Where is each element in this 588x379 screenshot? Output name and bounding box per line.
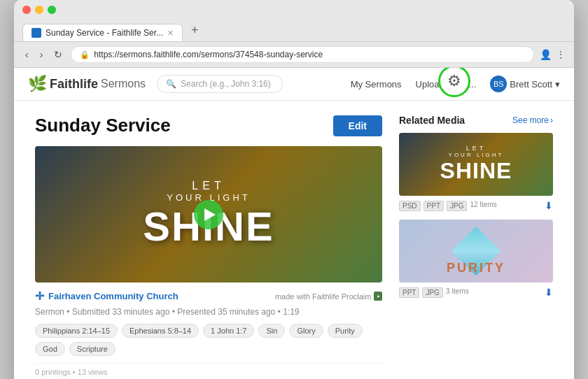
page-content: 🌿 FaithlifeSermons 🔍 Search (e.g., John … <box>14 68 574 379</box>
shine-let-text: LET <box>466 145 486 152</box>
minimize-button[interactable] <box>35 6 43 14</box>
browser-window: Sunday Service - Faithlife Ser... ✕ + ‹ … <box>14 0 574 379</box>
forward-button[interactable]: › <box>37 48 46 62</box>
media-meta-purity: PPT JPG 3 Items ⬇ <box>399 287 553 298</box>
new-tab-button[interactable]: + <box>186 20 204 41</box>
traffic-lights <box>22 6 566 14</box>
logo-leaf-icon: 🌿 <box>28 75 47 93</box>
right-column: Related Media See more › LET YOUR LIGHT <box>399 115 553 376</box>
edit-button[interactable]: Edit <box>333 115 382 136</box>
chevron-right-icon: › <box>550 115 553 125</box>
search-icon: 🔍 <box>166 79 176 89</box>
my-sermons-link[interactable]: My Sermons <box>351 79 402 90</box>
view-count: 0 printings • 13 views <box>35 363 382 376</box>
avatar: BS <box>490 76 507 92</box>
play-icon <box>204 208 216 221</box>
purity-items-count: 3 Items <box>446 287 469 298</box>
url-bar[interactable]: 🔒 https://sermons.faithlife.com/sermons/… <box>71 46 534 63</box>
badge-ppt: PPT <box>424 201 444 211</box>
proclaim-badge: ▪ <box>374 292 382 301</box>
church-link[interactable]: ✛ Fairhaven Community Church <box>35 289 178 303</box>
close-button[interactable] <box>22 6 31 14</box>
shine-badges: PSD PPT JPG 12 Items <box>399 201 497 211</box>
back-button[interactable]: ‹ <box>22 48 31 62</box>
badge-ppt-purity: PPT <box>399 287 419 298</box>
media-meta-shine: PSD PPT JPG 12 Items ⬇ <box>399 200 553 211</box>
media-thumb-shine[interactable]: LET YOUR LIGHT SHINE <box>399 133 553 196</box>
sermon-meta: Sermon • Submitted 33 minutes ago • Pres… <box>35 307 382 317</box>
tags-container: Philippians 2:14–15 Ephesians 5:8–14 1 J… <box>35 324 382 356</box>
settings-gear-circle[interactable]: ⚙ <box>438 68 470 97</box>
shine-your-light-text: YOUR LIGHT <box>449 152 504 158</box>
cross-icon: ✛ <box>35 289 44 303</box>
search-placeholder: Search (e.g., John 3:16) <box>181 79 271 89</box>
church-name: Fairhaven Community Church <box>48 291 178 301</box>
made-with-label: made with Faithlife Proclaim <box>275 292 372 301</box>
site-logo[interactable]: 🌿 FaithlifeSermons <box>28 75 146 93</box>
tab-close-icon[interactable]: ✕ <box>167 29 174 38</box>
badge-psd: PSD <box>399 201 421 211</box>
video-thumbnail[interactable]: LET YOUR LIGHT SHINE <box>35 146 382 283</box>
see-more-link[interactable]: See more › <box>512 115 553 125</box>
address-bar: ‹ › ↻ 🔒 https://sermons.faithlife.com/se… <box>14 42 574 68</box>
purity-badges: PPT JPG 3 Items <box>399 287 469 298</box>
badge-jpg-purity: JPG <box>422 287 442 298</box>
logo-sermons: Sermons <box>101 78 146 90</box>
tab-title: Sunday Service - Faithlife Ser... <box>46 28 163 38</box>
badge-jpg: JPG <box>447 201 467 211</box>
media-card-purity: PURITY PPT JPG 3 Items ⬇ <box>399 220 553 298</box>
logo-brand: Faithlife <box>50 77 98 92</box>
browser-tab[interactable]: Sunday Service - Faithlife Ser... ✕ <box>22 24 183 41</box>
download-shine-button[interactable]: ⬇ <box>545 200 553 211</box>
media-card-shine: LET YOUR LIGHT SHINE PSD PPT JPG 12 Item… <box>399 133 553 211</box>
tabs-row: Sunday Service - Faithlife Ser... ✕ + <box>22 20 566 41</box>
tag-scripture[interactable]: Scripture <box>69 342 115 356</box>
play-button[interactable] <box>194 200 223 229</box>
tag-sin[interactable]: Sin <box>258 324 285 338</box>
tag-ephesians[interactable]: Ephesians 5:8–14 <box>122 324 199 338</box>
shine-shine-text: SHINE <box>440 158 512 184</box>
tag-john[interactable]: 1 John 1:7 <box>203 324 254 338</box>
shine-items-count: 12 Items <box>470 201 496 211</box>
lock-icon: 🔒 <box>80 50 90 59</box>
browser-actions: 👤 ⋮ <box>540 49 566 60</box>
url-text: https://sermons.faithlife.com/sermons/37… <box>94 50 323 59</box>
church-row: ✛ Fairhaven Community Church made with F… <box>35 289 382 303</box>
user-menu[interactable]: BS Brett Scott ▾ <box>490 76 560 92</box>
tab-favicon <box>31 28 41 38</box>
media-thumb-purity[interactable]: PURITY <box>399 220 553 283</box>
user-name: Brett Scott <box>510 79 552 90</box>
download-purity-button[interactable]: ⬇ <box>545 287 553 298</box>
purity-text: PURITY <box>399 261 553 276</box>
account-icon[interactable]: 👤 <box>540 49 552 60</box>
search-bar[interactable]: 🔍 Search (e.g., John 3:16) <box>157 75 283 93</box>
main-body: Sunday Service Edit LET YOUR LIGHT SHINE <box>14 101 574 379</box>
tag-glory[interactable]: Glory <box>289 324 323 338</box>
video-let-text: LET <box>192 180 225 192</box>
tag-purity[interactable]: Purity <box>328 324 363 338</box>
tag-god[interactable]: God <box>35 342 65 356</box>
title-bar: Sunday Service - Faithlife Ser... ✕ + <box>14 0 574 42</box>
left-column: Sunday Service Edit LET YOUR LIGHT SHINE <box>35 115 382 376</box>
related-title: Related Media <box>399 115 465 126</box>
shine-thumbnail: LET YOUR LIGHT SHINE <box>399 133 553 196</box>
page-title: Sunday Service <box>35 115 171 136</box>
title-row: Sunday Service Edit <box>35 115 382 136</box>
tag-philippians[interactable]: Philippians 2:14–15 <box>35 324 118 338</box>
related-header: Related Media See more › <box>399 115 553 126</box>
made-with: made with Faithlife Proclaim ▪ <box>275 292 382 301</box>
gear-icon: ⚙ <box>447 72 461 90</box>
reload-button[interactable]: ↻ <box>51 48 65 62</box>
nav-links: My Sermons Upload Serm... ⚙ BS Brett Sco… <box>351 76 560 92</box>
site-navbar: 🌿 FaithlifeSermons 🔍 Search (e.g., John … <box>14 68 574 101</box>
chevron-down-icon: ▾ <box>555 79 560 90</box>
fullscreen-button[interactable] <box>48 6 56 14</box>
more-options-icon[interactable]: ⋮ <box>556 49 566 60</box>
